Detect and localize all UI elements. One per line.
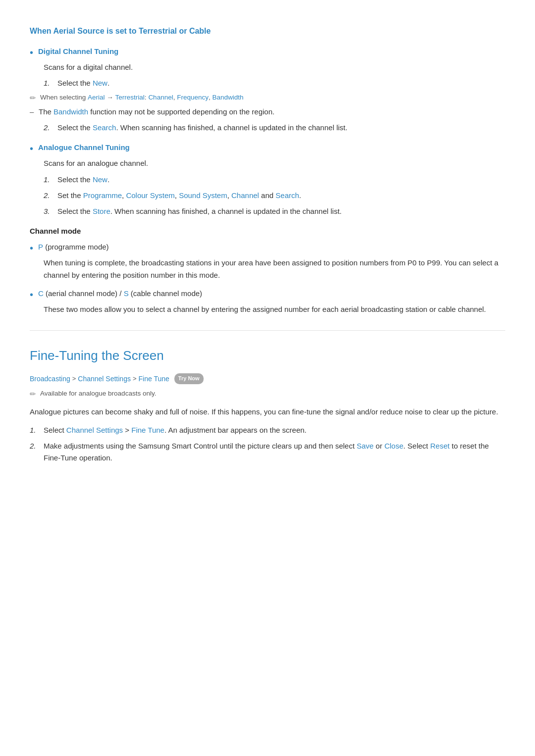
bullet-dot-analogue: •	[30, 142, 33, 155]
section2-intro: Analogue pictures can become shaky and f…	[30, 406, 505, 418]
digital-note-row: ✏ When selecting Aerial → Terrestrial: C…	[30, 92, 505, 104]
breadcrumb-broadcasting[interactable]: Broadcasting	[30, 373, 70, 384]
s-letter: S	[124, 289, 129, 298]
digital-step-2-num: 2.	[44, 122, 57, 134]
p-mode-bullet: • P (programme mode)	[30, 241, 505, 255]
breadcrumb-fine-tune[interactable]: Fine Tune	[139, 373, 169, 384]
breadcrumb-channel-settings[interactable]: Channel Settings	[78, 373, 131, 384]
digital-channel-description: Scans for a digital channel.	[44, 61, 505, 74]
bandwidth-dash-note: – The Bandwidth function may not be supp…	[30, 106, 505, 118]
section2-note-text: Available for analogue broadcasts only.	[40, 388, 156, 399]
fine-tune-step-1: 1. Select Channel Settings > Fine Tune. …	[30, 424, 505, 436]
fine-tune-step-2-num: 2.	[30, 440, 44, 452]
bullet-dot-p: •	[30, 241, 33, 255]
channel-settings-link: Channel Settings	[66, 426, 123, 434]
breadcrumb: Broadcasting > Channel Settings > Fine T…	[30, 373, 505, 384]
analogue-step-1-num: 1.	[44, 174, 57, 186]
close-link: Close	[384, 442, 403, 450]
breadcrumb-sep-1: >	[72, 374, 76, 384]
new-link-analogue: New	[93, 175, 107, 184]
digital-channel-bullet: • Digital Channel Tuning	[30, 46, 505, 59]
channel-link-note: Channel	[148, 94, 173, 101]
digital-step-1: 1. Select the New.	[44, 77, 505, 89]
breadcrumb-sep-2: >	[133, 374, 137, 384]
analogue-step-3-content: Select the Store. When scanning has fini…	[57, 205, 505, 217]
digital-step-1-link: New	[93, 79, 107, 87]
bullet-dot-cs: •	[30, 288, 33, 302]
analogue-channel-bullet: • Analogue Channel Tuning	[30, 142, 505, 155]
pencil-icon-2: ✏	[30, 388, 36, 400]
analogue-step-3-num: 3.	[44, 205, 57, 217]
p-letter: P	[38, 243, 43, 251]
cs-mode-bullet: • C (aerial channel mode) / S (cable cha…	[30, 288, 505, 302]
pencil-icon-1: ✏	[30, 92, 36, 104]
digital-step-1-num: 1.	[44, 77, 57, 89]
search-link-2: Search	[275, 191, 299, 200]
bandwidth-link-note: Bandwidth	[213, 94, 244, 101]
section2-title: Fine-Tuning the Screen	[30, 346, 505, 366]
sound-system-link: Sound System	[179, 191, 227, 200]
fine-tune-step-1-num: 1.	[30, 424, 44, 436]
save-link: Save	[357, 442, 374, 450]
section2-note: ✏ Available for analogue broadcasts only…	[30, 388, 505, 400]
channel-mode-heading: Channel mode	[30, 225, 505, 237]
fine-tune-step-2-content: Make adjustments using the Samsung Smart…	[44, 440, 505, 464]
aerial-link: Aerial	[88, 94, 105, 101]
analogue-step-2-content: Set the Programme, Colour System, Sound …	[57, 190, 505, 202]
analogue-channel-description: Scans for an analogue channel.	[44, 157, 505, 170]
analogue-step-2-num: 2.	[44, 190, 57, 202]
try-now-badge[interactable]: Try Now	[174, 373, 204, 384]
cs-mode-rest: (cable channel mode)	[131, 289, 202, 298]
frequency-link: Frequency	[177, 94, 209, 101]
section-divider	[30, 330, 505, 331]
reset-link: Reset	[430, 442, 449, 450]
p-mode-description: When tuning is complete, the broadcastin…	[44, 257, 505, 282]
digital-channel-label: Digital Channel Tuning	[38, 46, 118, 57]
analogue-step-3: 3. Select the Store. When scanning has f…	[44, 205, 505, 217]
digital-step-2-content: Select the Search. When scanning has fin…	[57, 122, 505, 134]
store-link: Store	[93, 207, 110, 215]
bandwidth-link-dash: Bandwidth	[54, 107, 88, 116]
p-mode-rest: (programme mode)	[43, 243, 109, 251]
fine-tune-step-1-content: Select Channel Settings > Fine Tune. An …	[44, 424, 505, 436]
p-mode-label: P (programme mode)	[38, 241, 109, 253]
colour-system-link: Colour System	[126, 191, 174, 200]
bullet-dot-digital: •	[30, 46, 33, 59]
bandwidth-note-text: The Bandwidth function may not be suppor…	[39, 106, 274, 118]
fine-tune-link: Fine Tune	[131, 426, 164, 434]
search-link-1: Search	[93, 123, 116, 132]
analogue-channel-label: Analogue Channel Tuning	[38, 142, 130, 153]
channel-link-analogue: Channel	[231, 191, 259, 200]
programme-link: Programme	[83, 191, 122, 200]
section1-heading: When Aerial Source is set to Terrestrial…	[30, 25, 505, 38]
digital-step-1-content: Select the New.	[57, 77, 505, 89]
cs-mode-middle: (aerial channel mode) /	[46, 289, 124, 298]
cs-mode-label: C (aerial channel mode) / S (cable chann…	[38, 288, 202, 300]
digital-note-text: When selecting Aerial → Terrestrial: Cha…	[40, 92, 244, 103]
cs-mode-description: These two modes allow you to select a ch…	[44, 303, 505, 316]
analogue-step-1-content: Select the New.	[57, 174, 505, 186]
analogue-step-2: 2. Set the Programme, Colour System, Sou…	[44, 190, 505, 202]
analogue-step-1: 1. Select the New.	[44, 174, 505, 186]
fine-tune-step-2: 2. Make adjustments using the Samsung Sm…	[30, 440, 505, 464]
terrestrial-link: Terrestrial	[115, 94, 145, 101]
digital-step-2: 2. Select the Search. When scanning has …	[44, 122, 505, 134]
c-letter: C	[38, 289, 44, 298]
dash-symbol: –	[30, 106, 39, 118]
